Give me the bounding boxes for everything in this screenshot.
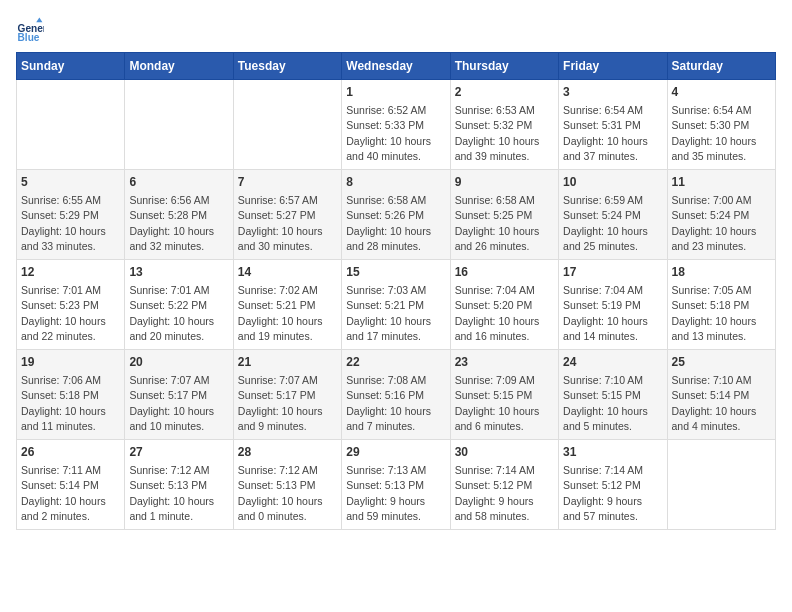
week-row-3: 12Sunrise: 7:01 AM Sunset: 5:23 PM Dayli…: [17, 260, 776, 350]
day-number: 8: [346, 174, 445, 191]
header-friday: Friday: [559, 53, 667, 80]
day-number: 6: [129, 174, 228, 191]
calendar-cell: [125, 80, 233, 170]
calendar-cell: 11Sunrise: 7:00 AM Sunset: 5:24 PM Dayli…: [667, 170, 775, 260]
day-number: 3: [563, 84, 662, 101]
calendar-cell: 9Sunrise: 6:58 AM Sunset: 5:25 PM Daylig…: [450, 170, 558, 260]
calendar-cell: 29Sunrise: 7:13 AM Sunset: 5:13 PM Dayli…: [342, 440, 450, 530]
day-number: 17: [563, 264, 662, 281]
day-info: Sunrise: 7:03 AM Sunset: 5:21 PM Dayligh…: [346, 284, 431, 342]
calendar-cell: 26Sunrise: 7:11 AM Sunset: 5:14 PM Dayli…: [17, 440, 125, 530]
calendar-cell: 19Sunrise: 7:06 AM Sunset: 5:18 PM Dayli…: [17, 350, 125, 440]
week-row-2: 5Sunrise: 6:55 AM Sunset: 5:29 PM Daylig…: [17, 170, 776, 260]
day-number: 10: [563, 174, 662, 191]
logo-icon: General Blue: [16, 16, 44, 44]
day-info: Sunrise: 7:08 AM Sunset: 5:16 PM Dayligh…: [346, 374, 431, 432]
calendar-cell: 25Sunrise: 7:10 AM Sunset: 5:14 PM Dayli…: [667, 350, 775, 440]
day-info: Sunrise: 7:12 AM Sunset: 5:13 PM Dayligh…: [129, 464, 214, 522]
day-info: Sunrise: 6:58 AM Sunset: 5:26 PM Dayligh…: [346, 194, 431, 252]
calendar-cell: 16Sunrise: 7:04 AM Sunset: 5:20 PM Dayli…: [450, 260, 558, 350]
header-wednesday: Wednesday: [342, 53, 450, 80]
calendar-cell: 31Sunrise: 7:14 AM Sunset: 5:12 PM Dayli…: [559, 440, 667, 530]
day-info: Sunrise: 7:01 AM Sunset: 5:22 PM Dayligh…: [129, 284, 214, 342]
day-info: Sunrise: 6:56 AM Sunset: 5:28 PM Dayligh…: [129, 194, 214, 252]
day-info: Sunrise: 7:07 AM Sunset: 5:17 PM Dayligh…: [238, 374, 323, 432]
day-number: 24: [563, 354, 662, 371]
day-info: Sunrise: 6:53 AM Sunset: 5:32 PM Dayligh…: [455, 104, 540, 162]
header-saturday: Saturday: [667, 53, 775, 80]
calendar-cell: 22Sunrise: 7:08 AM Sunset: 5:16 PM Dayli…: [342, 350, 450, 440]
day-number: 15: [346, 264, 445, 281]
day-number: 31: [563, 444, 662, 461]
day-number: 16: [455, 264, 554, 281]
calendar-cell: 21Sunrise: 7:07 AM Sunset: 5:17 PM Dayli…: [233, 350, 341, 440]
day-info: Sunrise: 7:14 AM Sunset: 5:12 PM Dayligh…: [455, 464, 535, 522]
day-info: Sunrise: 6:59 AM Sunset: 5:24 PM Dayligh…: [563, 194, 648, 252]
day-number: 25: [672, 354, 771, 371]
calendar-cell: 1Sunrise: 6:52 AM Sunset: 5:33 PM Daylig…: [342, 80, 450, 170]
day-number: 14: [238, 264, 337, 281]
calendar-table: SundayMondayTuesdayWednesdayThursdayFrid…: [16, 52, 776, 530]
day-number: 30: [455, 444, 554, 461]
calendar-cell: 10Sunrise: 6:59 AM Sunset: 5:24 PM Dayli…: [559, 170, 667, 260]
calendar-cell: [667, 440, 775, 530]
calendar-cell: 7Sunrise: 6:57 AM Sunset: 5:27 PM Daylig…: [233, 170, 341, 260]
day-number: 9: [455, 174, 554, 191]
calendar-cell: 6Sunrise: 6:56 AM Sunset: 5:28 PM Daylig…: [125, 170, 233, 260]
day-info: Sunrise: 7:10 AM Sunset: 5:15 PM Dayligh…: [563, 374, 648, 432]
calendar-cell: 3Sunrise: 6:54 AM Sunset: 5:31 PM Daylig…: [559, 80, 667, 170]
day-number: 22: [346, 354, 445, 371]
svg-marker-2: [36, 18, 42, 23]
day-number: 20: [129, 354, 228, 371]
week-row-1: 1Sunrise: 6:52 AM Sunset: 5:33 PM Daylig…: [17, 80, 776, 170]
day-info: Sunrise: 6:54 AM Sunset: 5:30 PM Dayligh…: [672, 104, 757, 162]
day-info: Sunrise: 7:01 AM Sunset: 5:23 PM Dayligh…: [21, 284, 106, 342]
calendar-cell: 20Sunrise: 7:07 AM Sunset: 5:17 PM Dayli…: [125, 350, 233, 440]
day-info: Sunrise: 6:58 AM Sunset: 5:25 PM Dayligh…: [455, 194, 540, 252]
day-info: Sunrise: 7:10 AM Sunset: 5:14 PM Dayligh…: [672, 374, 757, 432]
day-number: 28: [238, 444, 337, 461]
header-sunday: Sunday: [17, 53, 125, 80]
logo: General Blue: [16, 16, 44, 44]
day-info: Sunrise: 7:05 AM Sunset: 5:18 PM Dayligh…: [672, 284, 757, 342]
day-number: 29: [346, 444, 445, 461]
calendar-cell: 30Sunrise: 7:14 AM Sunset: 5:12 PM Dayli…: [450, 440, 558, 530]
day-number: 4: [672, 84, 771, 101]
day-info: Sunrise: 6:54 AM Sunset: 5:31 PM Dayligh…: [563, 104, 648, 162]
day-info: Sunrise: 7:12 AM Sunset: 5:13 PM Dayligh…: [238, 464, 323, 522]
calendar-cell: 4Sunrise: 6:54 AM Sunset: 5:30 PM Daylig…: [667, 80, 775, 170]
calendar-cell: 24Sunrise: 7:10 AM Sunset: 5:15 PM Dayli…: [559, 350, 667, 440]
calendar-cell: [233, 80, 341, 170]
day-info: Sunrise: 7:14 AM Sunset: 5:12 PM Dayligh…: [563, 464, 643, 522]
day-info: Sunrise: 7:04 AM Sunset: 5:20 PM Dayligh…: [455, 284, 540, 342]
day-number: 11: [672, 174, 771, 191]
day-info: Sunrise: 7:04 AM Sunset: 5:19 PM Dayligh…: [563, 284, 648, 342]
day-number: 23: [455, 354, 554, 371]
day-info: Sunrise: 6:55 AM Sunset: 5:29 PM Dayligh…: [21, 194, 106, 252]
day-number: 2: [455, 84, 554, 101]
day-info: Sunrise: 7:13 AM Sunset: 5:13 PM Dayligh…: [346, 464, 426, 522]
page-header: General Blue: [16, 16, 776, 44]
calendar-cell: 23Sunrise: 7:09 AM Sunset: 5:15 PM Dayli…: [450, 350, 558, 440]
calendar-cell: 18Sunrise: 7:05 AM Sunset: 5:18 PM Dayli…: [667, 260, 775, 350]
day-number: 21: [238, 354, 337, 371]
calendar-header-row: SundayMondayTuesdayWednesdayThursdayFrid…: [17, 53, 776, 80]
day-info: Sunrise: 7:11 AM Sunset: 5:14 PM Dayligh…: [21, 464, 106, 522]
day-info: Sunrise: 6:57 AM Sunset: 5:27 PM Dayligh…: [238, 194, 323, 252]
day-info: Sunrise: 7:09 AM Sunset: 5:15 PM Dayligh…: [455, 374, 540, 432]
calendar-cell: 14Sunrise: 7:02 AM Sunset: 5:21 PM Dayli…: [233, 260, 341, 350]
day-info: Sunrise: 6:52 AM Sunset: 5:33 PM Dayligh…: [346, 104, 431, 162]
day-number: 27: [129, 444, 228, 461]
calendar-cell: 17Sunrise: 7:04 AM Sunset: 5:19 PM Dayli…: [559, 260, 667, 350]
day-number: 18: [672, 264, 771, 281]
day-number: 26: [21, 444, 120, 461]
day-number: 19: [21, 354, 120, 371]
week-row-5: 26Sunrise: 7:11 AM Sunset: 5:14 PM Dayli…: [17, 440, 776, 530]
day-number: 12: [21, 264, 120, 281]
day-number: 1: [346, 84, 445, 101]
calendar-cell: [17, 80, 125, 170]
calendar-cell: 8Sunrise: 6:58 AM Sunset: 5:26 PM Daylig…: [342, 170, 450, 260]
calendar-cell: 2Sunrise: 6:53 AM Sunset: 5:32 PM Daylig…: [450, 80, 558, 170]
calendar-cell: 28Sunrise: 7:12 AM Sunset: 5:13 PM Dayli…: [233, 440, 341, 530]
day-info: Sunrise: 7:06 AM Sunset: 5:18 PM Dayligh…: [21, 374, 106, 432]
